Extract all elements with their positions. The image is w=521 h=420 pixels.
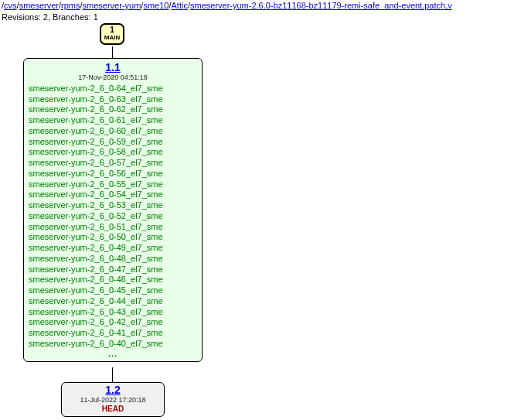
path-seg-6[interactable]: smeserver-yum-2.6.0-bz11168-bz11179-remi… [190, 1, 452, 10]
tag-item: smeserver-yum-2_6_0-45_el7_sme [29, 285, 197, 296]
tag-item: smeserver-yum-2_6_0-41_el7_sme [29, 328, 197, 339]
tag-item: smeserver-yum-2_6_0-64_el7_sme [29, 84, 197, 94]
revision-1-1-number[interactable]: 1.1 [29, 62, 197, 73]
revisions-label: Revisions: [2, 12, 41, 22]
tags-more-indicator[interactable]: ... [29, 350, 197, 360]
path-seg-5[interactable]: Attic [172, 1, 188, 10]
tag-item: smeserver-yum-2_6_0-48_el7_sme [29, 254, 197, 265]
tag-item: smeserver-yum-2_6_0-59_el7_sme [29, 137, 197, 148]
tag-item: smeserver-yum-2_6_0-55_el7_sme [29, 179, 197, 190]
tag-item: smeserver-yum-2_6_0-56_el7_sme [29, 169, 197, 179]
tag-item: smeserver-yum-2_6_0-42_el7_sme [29, 317, 197, 328]
tag-item: smeserver-yum-2_6_0-61_el7_sme [29, 115, 197, 126]
tag-item: smeserver-yum-2_6_0-63_el7_sme [29, 94, 197, 105]
revision-1-1-node[interactable]: 1.1 17-Nov-2020 04:51:18 smeserver-yum-2… [23, 58, 203, 362]
branches-label: Branches: [53, 12, 91, 22]
tag-item: smeserver-yum-2_6_0-47_el7_sme [29, 265, 197, 275]
branches-count: 1 [94, 12, 98, 22]
main-branch-number: 1 [101, 26, 123, 34]
tag-item: smeserver-yum-2_6_0-60_el7_sme [29, 126, 197, 137]
tag-item: smeserver-yum-2_6_0-43_el7_sme [29, 307, 197, 318]
connector-line-bottom [112, 367, 113, 383]
tag-item: smeserver-yum-2_6_0-44_el7_sme [29, 296, 197, 307]
path-seg-1[interactable]: smeserver [19, 1, 59, 10]
tag-item: smeserver-yum-2_6_0-49_el7_sme [29, 243, 197, 254]
revision-1-1-date: 17-Nov-2020 04:51:18 [29, 73, 197, 82]
tag-item: smeserver-yum-2_6_0-57_el7_sme [29, 158, 197, 169]
tag-item: smeserver-yum-2_6_0-53_el7_sme [29, 200, 197, 211]
revision-graph: 1 MAIN 1.1 17-Nov-2020 04:51:18 smeserve… [0, 23, 521, 415]
path-seg-0[interactable]: cvs [4, 1, 17, 10]
revisions-count: 2, [43, 12, 50, 22]
path-seg-2[interactable]: rpms [61, 1, 80, 10]
tag-item: smeserver-yum-2_6_0-40_el7_sme [29, 339, 197, 350]
revision-1-2-date: 11-Jul-2022 17:20:18 [66, 396, 159, 405]
revision-1-2-node[interactable]: 1.2 11-Jul-2022 17:20:18 HEAD [61, 382, 165, 417]
tag-item: smeserver-yum-2_6_0-62_el7_sme [29, 104, 197, 115]
connector-line-top [112, 46, 113, 59]
breadcrumb-path: /cvs/smeserver/rpms/smeserver-yum/sme10/… [2, 0, 518, 11]
revision-1-2-number[interactable]: 1.2 [66, 384, 159, 396]
tag-item: smeserver-yum-2_6_0-51_el7_sme [29, 222, 197, 233]
header: /cvs/smeserver/rpms/smeserver-yum/sme10/… [0, 0, 521, 23]
path-seg-4[interactable]: sme10 [143, 1, 169, 10]
path-seg-3[interactable]: smeserver-yum [83, 1, 141, 10]
main-branch-badge[interactable]: 1 MAIN [100, 23, 124, 45]
revision-1-1-tags: smeserver-yum-2_6_0-64_el7_sme smeserver… [29, 84, 197, 350]
tag-item: smeserver-yum-2_6_0-58_el7_sme [29, 147, 197, 158]
tag-item: smeserver-yum-2_6_0-52_el7_sme [29, 211, 197, 222]
tag-item: smeserver-yum-2_6_0-50_el7_sme [29, 232, 197, 243]
revision-1-2-branch: HEAD [66, 405, 159, 414]
tag-item: smeserver-yum-2_6_0-54_el7_sme [29, 190, 197, 200]
tag-item: smeserver-yum-2_6_0-46_el7_sme [29, 275, 197, 285]
main-branch-label: MAIN [101, 35, 123, 41]
header-stats: Revisions: 2, Branches: 1 [2, 12, 518, 22]
